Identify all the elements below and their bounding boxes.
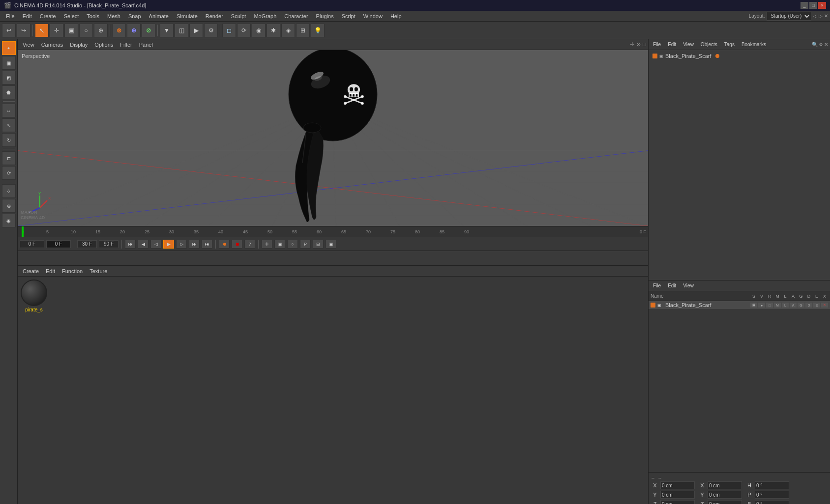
record-stop-button[interactable]: ⏹	[232, 240, 242, 249]
material-menu-create[interactable]: Create	[20, 267, 42, 275]
keyframe-button[interactable]: ▣	[326, 240, 336, 249]
timeline-ruler[interactable]: 0 5 10 15 20 25 30 35 40 45 50 55 60 65 …	[18, 226, 648, 237]
menu-file[interactable]: File	[2, 12, 19, 20]
axis-move-tool[interactable]: ⊏	[2, 151, 16, 165]
rotate-tool[interactable]: ↻	[2, 133, 16, 147]
rotate-button[interactable]: ○	[79, 24, 93, 37]
props-edit[interactable]: Edit	[665, 282, 679, 289]
next-frame-button[interactable]: ▷	[176, 240, 187, 249]
render-preview-button[interactable]: ◫	[175, 24, 188, 37]
props-file[interactable]: File	[651, 282, 663, 289]
viewport-menu-panel[interactable]: Panel	[136, 41, 156, 48]
coord-y-input[interactable]	[660, 491, 695, 499]
polygon-selection-tool[interactable]: ⬟	[2, 85, 16, 99]
select-tool-button[interactable]: ↖	[35, 24, 49, 37]
render-settings-button[interactable]: ⚙	[204, 24, 218, 37]
fps-input[interactable]	[77, 240, 97, 248]
viewport-menu-filter[interactable]: Filter	[117, 41, 135, 48]
close-button[interactable]: ×	[818, 2, 826, 9]
spline-button[interactable]: ⟳	[237, 24, 251, 37]
volume-tool[interactable]: ◉	[2, 214, 16, 227]
menu-tools[interactable]: Tools	[83, 12, 103, 20]
coord-x-input[interactable]	[660, 481, 695, 489]
play-backward-button[interactable]: ◁	[150, 240, 161, 249]
move-tool[interactable]: ↔	[2, 104, 16, 117]
objects-panel-objects[interactable]: Objects	[698, 41, 720, 48]
objects-panel-tags[interactable]: Tags	[722, 41, 737, 48]
viewport-icon-expand[interactable]: □	[643, 41, 646, 48]
go-to-start-button[interactable]: ⏮	[125, 240, 136, 249]
move-button[interactable]: ✛	[50, 24, 63, 37]
maximize-button[interactable]: □	[809, 2, 817, 9]
deformer-button[interactable]: ✱	[267, 24, 280, 37]
model-y-button[interactable]: ⊕	[127, 24, 141, 37]
redo-button[interactable]: ↪	[17, 24, 30, 37]
light-button[interactable]: 💡	[311, 24, 325, 37]
coord-b-input[interactable]	[755, 500, 789, 504]
menu-window[interactable]: Window	[359, 12, 386, 20]
menu-snap[interactable]: Snap	[124, 12, 145, 20]
rotate-keys-button[interactable]: ○	[287, 240, 298, 249]
viewport-icon-zero[interactable]: ⊘	[636, 41, 641, 48]
pos-key-button[interactable]: P	[300, 240, 311, 249]
menu-character[interactable]: Character	[280, 12, 312, 20]
coord-p-input[interactable]	[755, 491, 789, 499]
panel-settings-icon[interactable]: ⚙	[819, 42, 823, 47]
go-to-end-button[interactable]: ⏭	[189, 240, 200, 249]
viewport-icon-plus[interactable]: ✛	[630, 41, 634, 48]
object-table-row[interactable]: ▣ Black_Pirate_Scarf ▣ ● □ M L A G D E ✕	[649, 301, 830, 309]
flag-g[interactable]: G	[798, 303, 804, 308]
panel-search-icon[interactable]: 🔍	[812, 42, 818, 47]
menu-plugins[interactable]: Plugins	[312, 12, 338, 20]
undo-button[interactable]: ↩	[2, 24, 16, 37]
sculpt-tool[interactable]: ◊	[2, 184, 16, 198]
menu-script[interactable]: Script	[338, 12, 359, 20]
coord-xsize-input[interactable]	[708, 481, 742, 489]
scale-tool[interactable]: ⤡	[2, 118, 16, 132]
menu-animate[interactable]: Animate	[145, 12, 173, 20]
menu-mesh[interactable]: Mesh	[103, 12, 124, 20]
viewport-menu-view[interactable]: View	[20, 41, 37, 48]
play-forward-button[interactable]: ▶	[163, 240, 174, 249]
record-all-button[interactable]: ?	[244, 240, 255, 249]
live-selection-tool[interactable]: ●	[2, 41, 16, 55]
flag-v[interactable]: ●	[758, 303, 765, 308]
render-region-button[interactable]: ▼	[160, 24, 174, 37]
menu-select[interactable]: Select	[60, 12, 83, 20]
warp-tool[interactable]: ⟳	[2, 166, 16, 180]
material-menu-edit[interactable]: Edit	[43, 267, 58, 275]
viewport[interactable]: Perspective	[18, 50, 648, 226]
flag-l[interactable]: L	[782, 303, 789, 308]
end-frame-input[interactable]	[99, 240, 119, 248]
menu-help[interactable]: Help	[386, 12, 406, 20]
minimize-button[interactable]: _	[800, 2, 808, 9]
current-frame-input[interactable]	[20, 240, 44, 248]
camera-button[interactable]: ⊞	[296, 24, 310, 37]
menu-mograph[interactable]: MoGraph	[250, 12, 280, 20]
move-keys-button[interactable]: ✛	[262, 240, 272, 249]
material-menu-texture[interactable]: Texture	[87, 267, 110, 275]
menu-create[interactable]: Create	[36, 12, 60, 20]
objects-panel-view[interactable]: View	[681, 41, 696, 48]
viewport-menu-display[interactable]: Display	[67, 41, 90, 48]
objects-panel-edit[interactable]: Edit	[665, 41, 679, 48]
flag-r[interactable]: □	[766, 303, 773, 308]
viewport-menu-options[interactable]: Options	[91, 41, 116, 48]
flag-x[interactable]: ✕	[821, 303, 828, 308]
mesh-tool[interactable]: ⊛	[2, 199, 16, 213]
material-preview-ball[interactable]	[21, 280, 47, 306]
prev-frame-button[interactable]: ◀	[138, 240, 148, 249]
go-to-end-button2[interactable]: ⏭	[202, 240, 212, 249]
menu-simulate[interactable]: Simulate	[173, 12, 202, 20]
add-button[interactable]: ⊕	[94, 24, 108, 37]
object-item-pirate-scarf[interactable]: ▣ Black_Pirate_Scarf	[651, 52, 828, 60]
menu-render[interactable]: Render	[202, 12, 227, 20]
flag-a[interactable]: A	[790, 303, 797, 308]
props-view[interactable]: View	[681, 282, 696, 289]
cube-button[interactable]: ◻	[222, 24, 236, 37]
flag-s[interactable]: ▣	[750, 303, 757, 308]
layout-select[interactable]: Startup (User)	[767, 12, 811, 21]
objects-panel-file[interactable]: File	[651, 41, 663, 48]
model-z-button[interactable]: ⊘	[142, 24, 155, 37]
auto-key-button[interactable]: ⊞	[313, 240, 324, 249]
